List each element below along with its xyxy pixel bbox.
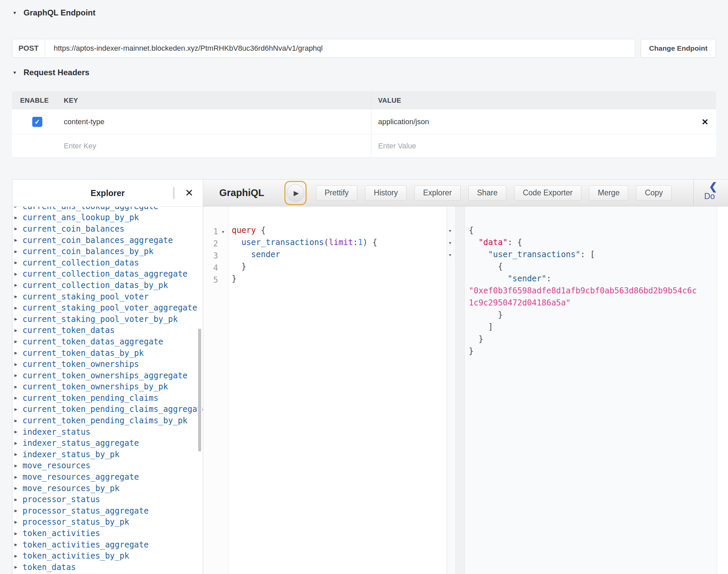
expand-arrow-icon[interactable]: ▶ <box>14 317 21 321</box>
expand-arrow-icon[interactable]: ▶ <box>14 542 21 547</box>
explorer-field[interactable]: ▶ current_token_datas_aggregate <box>12 336 203 347</box>
header-value-input[interactable]: application/json <box>378 118 429 126</box>
explorer-header-divider <box>173 187 175 199</box>
explorer-field[interactable]: ▶ current_token_ownerships_aggregate <box>12 370 203 381</box>
header-key-input[interactable]: content-type <box>64 110 371 134</box>
expand-arrow-icon[interactable]: ▶ <box>14 283 21 287</box>
explorer-field[interactable]: ▶ current_coin_balances_aggregate <box>12 235 203 246</box>
results-gutter-strip <box>455 206 465 574</box>
execute-circle[interactable]: ▶ <box>287 184 304 202</box>
explorer-field[interactable]: ▶ current_token_pending_claims_aggregate <box>12 404 203 415</box>
results-scrollbar-track[interactable] <box>717 206 728 574</box>
toolbar-button[interactable]: Code Exporter <box>514 185 581 201</box>
execute-query-button[interactable]: ▶ <box>284 181 307 205</box>
enable-header-checkbox[interactable]: ✓ <box>32 117 42 127</box>
fold-caret-icon[interactable]: ▾ <box>449 253 451 257</box>
expand-arrow-icon[interactable]: ▶ <box>14 227 21 231</box>
explorer-field[interactable]: ▶ current_token_pending_claims <box>12 393 203 404</box>
explorer-field[interactable]: ▶ current_token_datas_by_pk <box>12 347 203 359</box>
endpoint-url-input[interactable]: https://aptos-indexer-mainnet.blockeden.… <box>45 39 635 57</box>
expand-arrow-icon[interactable]: ▶ <box>14 419 21 423</box>
collapse-caret-icon[interactable]: ▾ <box>13 70 24 76</box>
expand-arrow-icon[interactable]: ▶ <box>14 565 21 569</box>
expand-arrow-icon[interactable]: ▶ <box>14 249 21 254</box>
expand-arrow-icon[interactable]: ▶ <box>14 475 21 479</box>
expand-arrow-icon[interactable]: ▶ <box>14 508 21 513</box>
expand-arrow-icon[interactable]: ▶ <box>14 362 21 367</box>
explorer-field[interactable]: ▶ current_ans_lookup_by_pk <box>12 212 203 223</box>
explorer-field[interactable]: ▶ token_activities <box>12 528 203 539</box>
explorer-field[interactable]: ▶ current_collection_datas <box>12 257 203 269</box>
expand-arrow-icon[interactable]: ▶ <box>14 260 21 265</box>
explorer-field[interactable]: ▶ current_collection_datas_aggregate <box>12 269 203 280</box>
toolbar-button[interactable]: Explorer <box>414 185 461 201</box>
explorer-field[interactable]: ▶ indexer_status_aggregate <box>12 437 203 449</box>
explorer-field[interactable]: ▶ processor_status <box>12 494 203 505</box>
expand-arrow-icon[interactable]: ▶ <box>14 497 21 502</box>
expand-arrow-icon[interactable]: ▶ <box>14 306 21 310</box>
explorer-field[interactable]: ▶ current_collection_datas_by_pk <box>12 280 203 291</box>
explorer-field[interactable]: ▶ processor_status_aggregate <box>12 505 203 517</box>
expand-arrow-icon[interactable]: ▶ <box>14 531 21 536</box>
expand-arrow-icon[interactable]: ▶ <box>14 339 21 344</box>
toolbar-button[interactable]: Copy <box>636 185 672 201</box>
explorer-field[interactable]: ▶ current_coin_balances <box>12 223 203 235</box>
expand-arrow-icon[interactable]: ▶ <box>14 520 21 524</box>
expand-arrow-icon[interactable]: ▶ <box>14 430 21 434</box>
delete-header-icon[interactable]: ✕ <box>701 118 709 126</box>
fold-caret-icon[interactable]: ▾ <box>449 229 451 233</box>
explorer-field[interactable]: ▶ token_activities_aggregate <box>12 539 203 550</box>
explorer-field[interactable]: ▶ current_staking_pool_voter_by_pk <box>12 314 203 325</box>
explorer-scrollbar[interactable] <box>198 329 201 451</box>
graphiql-container: Explorer ✕ ▶ current_ans_lookup_aggregat… <box>12 179 728 574</box>
expand-arrow-icon[interactable]: ▶ <box>14 238 21 242</box>
fold-caret-icon[interactable]: ▾ <box>449 241 451 245</box>
expand-arrow-icon[interactable]: ▶ <box>14 396 21 400</box>
query-editor[interactable]: 1 ▾ 2 3 4 5 query { user_transactions(li… <box>203 206 447 574</box>
explorer-field[interactable]: ▶ indexer_status_by_pk <box>12 449 203 460</box>
explorer-close-icon[interactable]: ✕ <box>185 188 193 198</box>
explorer-field[interactable]: ▶ token_datas <box>12 562 203 573</box>
collapse-caret-icon[interactable]: ▾ <box>13 10 24 16</box>
new-header-key-input[interactable]: Enter Key <box>64 134 371 157</box>
explorer-field[interactable]: ▶ move_resources_by_pk <box>12 483 203 494</box>
toolbar-button[interactable]: History <box>365 185 407 201</box>
toolbar-button[interactable]: Merge <box>589 185 628 201</box>
explorer-field[interactable]: ▶ move_resources <box>12 460 203 472</box>
explorer-field[interactable]: ▶ current_staking_pool_voter <box>12 291 203 302</box>
explorer-field[interactable]: ▶ current_token_datas <box>12 325 203 336</box>
expand-arrow-icon[interactable]: ▶ <box>14 463 21 468</box>
explorer-field[interactable]: ▶ token_activities_by_pk <box>12 550 203 562</box>
fold-caret-icon[interactable]: ▾ <box>218 229 228 234</box>
explorer-field[interactable]: ▶ current_token_pending_claims_by_pk <box>12 415 203 426</box>
expand-arrow-icon[interactable]: ▶ <box>14 452 21 456</box>
explorer-field[interactable]: ▶ move_resources_aggregate <box>12 471 203 483</box>
expand-arrow-icon[interactable]: ▶ <box>14 385 21 389</box>
endpoint-section-title: GraphQL Endpoint <box>24 8 95 17</box>
result-line: { <box>469 262 717 274</box>
expand-arrow-icon[interactable]: ▶ <box>14 486 21 490</box>
expand-arrow-icon[interactable]: ▶ <box>14 294 21 299</box>
expand-arrow-icon[interactable]: ▶ <box>14 207 21 208</box>
expand-arrow-icon[interactable]: ▶ <box>14 351 21 355</box>
change-endpoint-button[interactable]: Change Endpoint <box>641 39 716 58</box>
expand-arrow-icon[interactable]: ▶ <box>14 272 21 276</box>
explorer-field[interactable]: ▶ current_coin_balances_by_pk <box>12 246 203 257</box>
docs-toggle[interactable]: ❮ Do <box>703 181 728 200</box>
toolbar-button[interactable]: Share <box>469 185 507 201</box>
explorer-field[interactable]: ▶ current_token_ownerships <box>12 359 203 370</box>
expand-arrow-icon[interactable]: ▶ <box>14 215 21 220</box>
explorer-field[interactable]: ▶ processor_status_by_pk <box>12 517 203 528</box>
expand-arrow-icon[interactable]: ▶ <box>14 373 21 378</box>
expand-arrow-icon[interactable]: ▶ <box>14 441 21 445</box>
query-code[interactable]: query { user_transactions(limit:1) { sen… <box>228 206 447 574</box>
explorer-field-clipped[interactable]: ▶ current_ans_lookup_aggregate <box>12 207 203 212</box>
expand-arrow-icon[interactable]: ▶ <box>14 407 21 412</box>
explorer-field[interactable]: ▶ current_token_ownerships_by_pk <box>12 381 203 393</box>
expand-arrow-icon[interactable]: ▶ <box>14 554 21 558</box>
expand-arrow-icon[interactable]: ▶ <box>14 328 21 333</box>
explorer-field[interactable]: ▶ indexer_status <box>12 426 203 438</box>
explorer-field[interactable]: ▶ current_staking_pool_voter_aggregate <box>12 302 203 314</box>
new-header-value-input[interactable]: Enter Value <box>371 134 716 157</box>
toolbar-button[interactable]: Prettify <box>316 185 358 201</box>
